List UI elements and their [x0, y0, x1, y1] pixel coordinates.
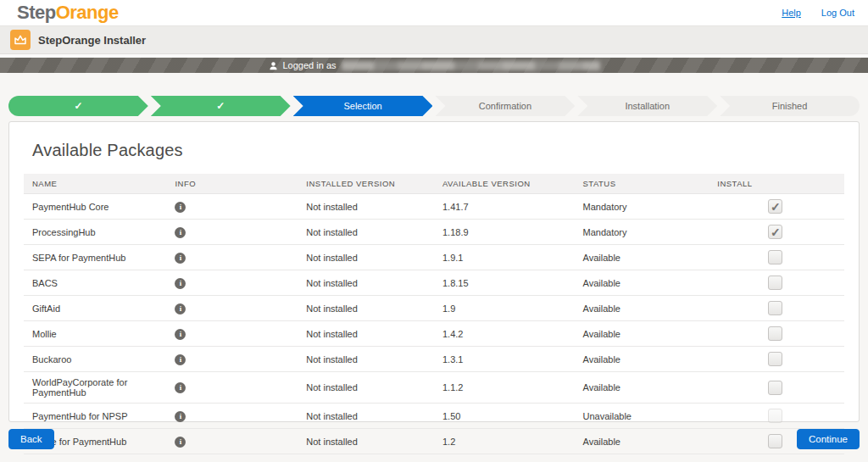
- info-icon[interactable]: i: [175, 411, 186, 422]
- install-checkbox[interactable]: ✓: [768, 199, 782, 214]
- wizard: ✓✓SelectionConfirmationInstallationFinis…: [8, 96, 860, 116]
- column-header: AVAILABLE VERSION: [434, 174, 575, 194]
- info-icon[interactable]: i: [175, 202, 186, 213]
- package-name: ProcessingHub: [24, 220, 166, 245]
- package-name: BACS: [24, 270, 166, 296]
- install-checkbox[interactable]: [768, 352, 782, 366]
- wizard-step-finished[interactable]: Finished: [720, 96, 860, 116]
- status-text: Available: [575, 245, 709, 270]
- available-version: 1.8.15: [434, 270, 575, 296]
- wizard-step-label: Selection: [343, 101, 381, 111]
- column-header: INSTALLED VERSION: [298, 174, 434, 194]
- table-row: ProcessingHub i Not installed 1.18.9 Man…: [24, 220, 844, 245]
- info-icon[interactable]: i: [175, 303, 186, 314]
- installed-version: Not installed: [298, 321, 434, 347]
- info-icon[interactable]: i: [175, 354, 186, 365]
- app-header: StepOrange Installer: [0, 26, 868, 54]
- column-header: STATUS: [575, 174, 709, 194]
- install-checkbox[interactable]: [768, 381, 782, 395]
- table-row: WorldPayCorporate for PaymentHub i Not i…: [24, 372, 844, 404]
- wizard-step-label: Confirmation: [479, 101, 531, 111]
- available-version: 1.1.2: [434, 372, 575, 404]
- available-version: 1.18.9: [434, 220, 575, 245]
- info-icon[interactable]: i: [175, 329, 186, 340]
- table-row: SEPA for PaymentHub i Not installed 1.9.…: [24, 245, 844, 270]
- session-bar: Logged in as: [0, 58, 868, 73]
- wizard-step-installation[interactable]: Installation: [577, 96, 717, 116]
- wizard-step-completed-1[interactable]: ✓: [8, 96, 148, 116]
- wizard-step-selection[interactable]: Selection: [293, 96, 433, 116]
- package-name: Mollie: [24, 321, 166, 347]
- installed-version: Not installed: [298, 270, 434, 296]
- status-text: Mandatory: [575, 194, 709, 220]
- package-name: GiftAid: [24, 296, 166, 321]
- table-row: Mollie i Not installed 1.4.2 Available: [24, 321, 844, 347]
- install-checkbox[interactable]: [768, 276, 782, 290]
- check-icon: ✓: [74, 100, 82, 112]
- install-checkbox[interactable]: [768, 326, 782, 341]
- wizard-step-label: Finished: [772, 101, 808, 111]
- table-header-row: NAMEINFOINSTALLED VERSIONAVAILABLE VERSI…: [24, 174, 844, 194]
- package-name: PaymentHub Core: [24, 194, 166, 220]
- install-checkbox[interactable]: [768, 250, 782, 264]
- top-nav-bar: StepOrange Help Log Out: [0, 0, 868, 26]
- info-icon[interactable]: i: [175, 382, 186, 393]
- info-icon[interactable]: i: [175, 278, 186, 289]
- available-version: 1.3.1: [434, 347, 575, 372]
- crown-icon: [10, 30, 31, 50]
- status-text: Available: [575, 321, 709, 347]
- table-row: PaymentHub for NPSP i Not installed 1.50…: [24, 404, 844, 429]
- installed-version: Not installed: [298, 194, 434, 220]
- brand-logo: StepOrange: [17, 3, 119, 22]
- table-row: BACS i Not installed 1.8.15 Available: [24, 270, 844, 296]
- available-packages-card: Available Packages NAMEINFOINSTALLED VER…: [8, 121, 860, 422]
- install-checkbox[interactable]: [768, 301, 782, 315]
- status-text: Mandatory: [575, 220, 709, 245]
- continue-button[interactable]: Continue: [797, 429, 860, 449]
- installed-version: Not installed: [298, 372, 434, 404]
- info-icon[interactable]: i: [175, 227, 186, 238]
- package-name: PaymentHub for NPSP: [24, 404, 166, 429]
- table-row: Buckaroo i Not installed 1.3.1 Available: [24, 347, 844, 372]
- status-text: Available: [575, 270, 709, 296]
- footer-actions: Back Continue: [8, 429, 860, 449]
- available-version: 1.9.1: [434, 245, 575, 270]
- status-text: Available: [575, 347, 709, 372]
- status-text: Available: [575, 372, 709, 404]
- wizard-step-completed-2[interactable]: ✓: [151, 96, 291, 116]
- installed-version: Not installed: [298, 245, 434, 270]
- available-version: 1.9: [434, 296, 575, 321]
- install-checkbox[interactable]: ✓: [768, 225, 782, 239]
- info-icon[interactable]: i: [175, 253, 186, 264]
- info-icon[interactable]: i: [175, 437, 186, 448]
- available-version: 1.4.2: [434, 321, 575, 347]
- table-row: GiftAid i Not installed 1.9 Available: [24, 296, 844, 321]
- package-name: Buckaroo: [24, 347, 166, 372]
- back-button[interactable]: Back: [8, 429, 54, 449]
- status-text: Available: [575, 296, 709, 321]
- section-heading: Available Packages: [32, 141, 844, 160]
- page-title: StepOrange Installer: [38, 34, 146, 47]
- check-icon: ✓: [216, 100, 225, 112]
- wizard-step-label: Installation: [625, 101, 670, 111]
- package-name: SEPA for PaymentHub: [24, 245, 166, 270]
- packages-table: NAMEINFOINSTALLED VERSIONAVAILABLE VERSI…: [24, 174, 844, 454]
- installed-version: Not installed: [298, 220, 434, 245]
- available-version: 1.50: [434, 404, 575, 429]
- table-row: PaymentHub Core i Not installed 1.41.7 M…: [24, 194, 844, 220]
- wizard-step-confirmation[interactable]: Confirmation: [435, 96, 575, 116]
- help-link[interactable]: Help: [782, 8, 801, 18]
- installed-version: Not installed: [298, 347, 434, 372]
- brand-logo-part2: Orange: [56, 2, 119, 23]
- available-version: 1.41.7: [434, 194, 575, 220]
- install-checkbox[interactable]: [768, 409, 782, 423]
- column-header: NAME: [24, 174, 166, 194]
- table-body: PaymentHub Core i Not installed 1.41.7 M…: [24, 194, 844, 454]
- column-header: INSTALL: [709, 174, 844, 194]
- status-text: Unavailable: [575, 404, 709, 429]
- logged-in-label: Logged in as: [283, 60, 337, 70]
- logout-link[interactable]: Log Out: [821, 8, 854, 18]
- package-name: WorldPayCorporate for PaymentHub: [24, 372, 166, 404]
- installed-version: Not installed: [298, 404, 434, 429]
- logged-in-user-redacted: [342, 61, 600, 70]
